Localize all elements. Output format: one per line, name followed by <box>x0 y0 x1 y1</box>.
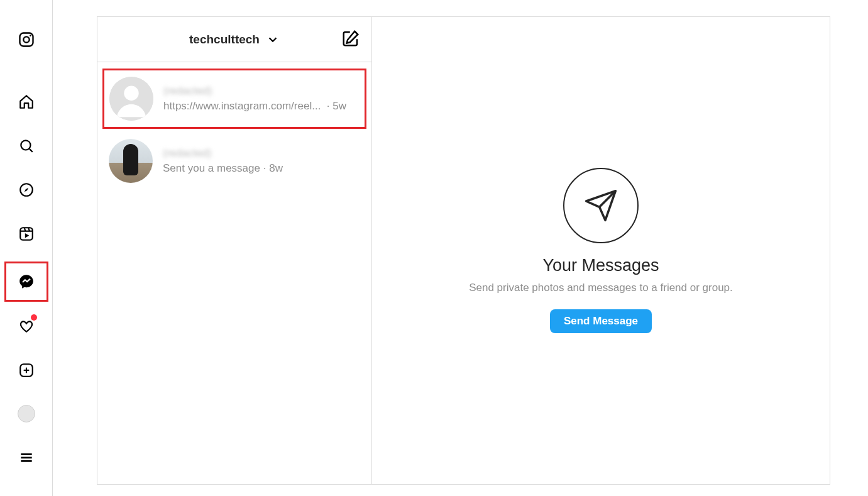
nav-notifications[interactable] <box>11 311 42 342</box>
thread-meta: (redacted) Sent you a message · 8w <box>163 147 360 175</box>
empty-state-title: Your Messages <box>542 256 659 275</box>
messenger-icon <box>18 273 35 290</box>
paper-plane-icon <box>583 188 618 223</box>
account-label: techculttech <box>189 33 260 47</box>
menu-icon <box>18 449 35 466</box>
avatar-icon <box>18 405 35 422</box>
search-icon <box>18 138 35 154</box>
separator: · <box>263 162 269 174</box>
nav-search[interactable] <box>11 130 42 162</box>
nav-rail <box>0 0 53 496</box>
thread-snippet: Sent you a message <box>163 162 260 174</box>
plus-square-icon <box>18 362 35 378</box>
thread-name: (redacted) <box>163 85 360 97</box>
main-content: techculttech <box>53 0 868 496</box>
nav-create[interactable] <box>11 355 42 386</box>
heart-icon <box>18 318 35 334</box>
thread-time: 8w <box>269 162 283 174</box>
thread-item[interactable]: (redacted) https://www.instagram.com/ree… <box>102 69 366 129</box>
nav-home[interactable] <box>11 87 42 118</box>
svg-marker-11 <box>25 233 29 238</box>
inbox-header: techculttech <box>97 17 371 62</box>
thread-snippet: https://www.instagram.com/reel... <box>163 100 321 112</box>
compose-button[interactable] <box>341 29 360 50</box>
nav-explore[interactable] <box>11 174 42 206</box>
reels-icon <box>18 226 35 242</box>
svg-marker-6 <box>24 188 28 192</box>
instagram-icon <box>18 31 35 48</box>
chevron-down-icon <box>266 33 280 47</box>
home-icon <box>18 94 35 110</box>
svg-point-19 <box>124 86 138 101</box>
instagram-logo[interactable] <box>11 24 42 55</box>
avatar <box>109 77 153 121</box>
nav-reels[interactable] <box>11 218 42 250</box>
thread-time: 5w <box>332 100 346 112</box>
empty-state-icon-circle <box>563 168 639 243</box>
svg-point-2 <box>30 35 31 36</box>
avatar <box>109 139 153 183</box>
send-message-button[interactable]: Send Message <box>550 309 652 333</box>
nav-messages[interactable] <box>11 266 42 297</box>
svg-point-3 <box>21 140 30 150</box>
compose-icon <box>341 29 360 48</box>
user-icon <box>109 77 153 121</box>
account-switcher[interactable]: techculttech <box>189 33 280 47</box>
svg-rect-7 <box>20 228 33 240</box>
nav-messages-highlight <box>4 262 48 302</box>
thread-list: (redacted) https://www.instagram.com/ree… <box>97 62 371 190</box>
thread-meta: (redacted) https://www.instagram.com/ree… <box>163 85 360 113</box>
thread-subtitle: Sent you a message · 8w <box>163 162 360 175</box>
thread-item[interactable]: (redacted) Sent you a message · 8w <box>102 133 366 189</box>
svg-point-1 <box>23 36 29 42</box>
separator: · <box>324 100 332 112</box>
inbox-column: techculttech <box>97 16 372 485</box>
nav-profile[interactable] <box>11 399 42 430</box>
svg-line-4 <box>29 149 32 152</box>
compass-icon <box>18 182 35 198</box>
detail-column: Your Messages Send private photos and me… <box>372 16 830 485</box>
thread-subtitle: https://www.instagram.com/reel... · 5w <box>163 100 360 113</box>
empty-state-subtitle: Send private photos and messages to a fr… <box>469 282 733 294</box>
nav-menu[interactable] <box>11 442 42 473</box>
notification-badge <box>31 314 37 321</box>
thread-name: (redacted) <box>163 147 360 160</box>
